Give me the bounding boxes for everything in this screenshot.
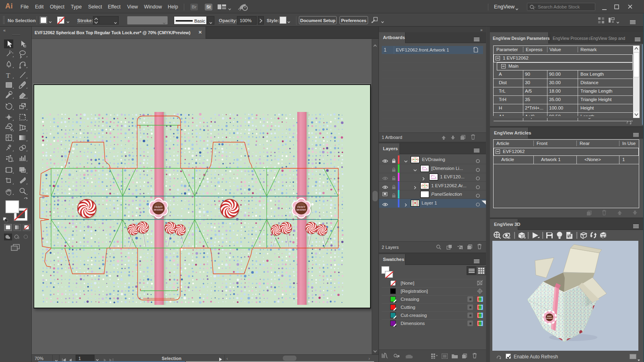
svg-text:«: « bbox=[3, 28, 6, 33]
svg-text:DESSERT: DESSERT bbox=[546, 318, 553, 319]
svg-text:SWEET: SWEET bbox=[547, 316, 552, 317]
svg-text:T: T bbox=[6, 72, 10, 79]
